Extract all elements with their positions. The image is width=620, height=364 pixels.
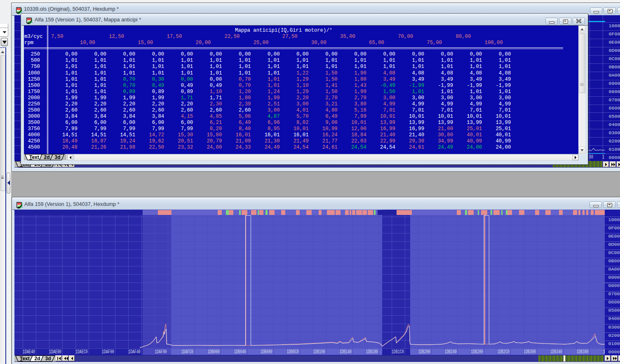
svg-text:2d: 2d [44,154,49,160]
svg-text:2d: 2d [35,355,40,361]
svg-text:3d: 3d [54,154,60,160]
svg-text:Text: Text [29,154,39,160]
svg-text:3d: 3d [45,355,51,361]
svg-text:Text: Text [20,355,30,361]
